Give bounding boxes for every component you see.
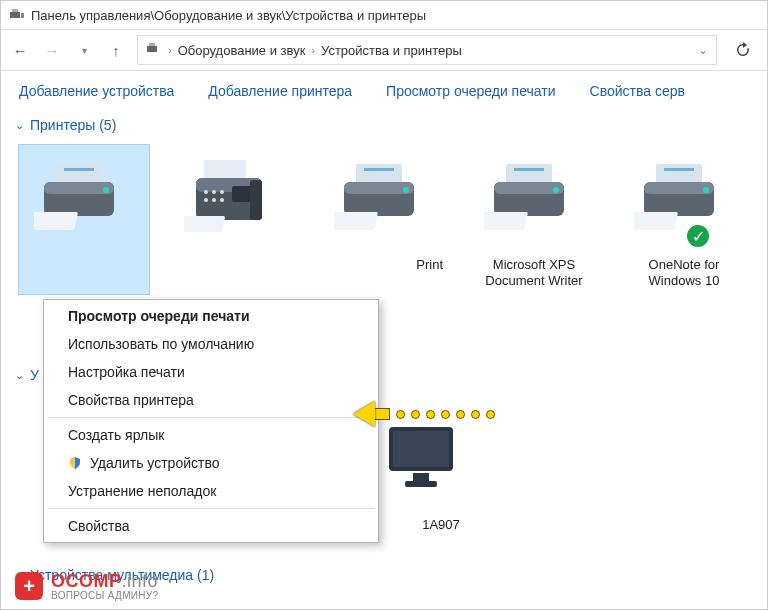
breadcrumb[interactable]: › Оборудование и звук › Устройства и при… bbox=[137, 35, 717, 65]
watermark-suffix: .info bbox=[122, 571, 159, 591]
refresh-button[interactable] bbox=[727, 35, 759, 65]
svg-rect-36 bbox=[664, 168, 694, 171]
svg-rect-23 bbox=[356, 164, 402, 184]
watermark-sub: ВОПРОСЫ АДМИНУ? bbox=[51, 590, 158, 601]
device-label: Print bbox=[321, 257, 447, 273]
svg-rect-6 bbox=[64, 168, 94, 171]
svg-point-19 bbox=[212, 198, 216, 202]
menu-troubleshoot[interactable]: Устранение неполадок bbox=[46, 477, 376, 505]
chevron-right-icon: › bbox=[168, 44, 172, 56]
svg-point-15 bbox=[204, 190, 208, 194]
forward-button[interactable]: → bbox=[41, 39, 63, 61]
svg-rect-3 bbox=[147, 46, 157, 52]
svg-point-16 bbox=[212, 190, 216, 194]
navigation-bar: ← → ▾ ↑ › Оборудование и звук › Устройст… bbox=[1, 29, 767, 71]
svg-rect-30 bbox=[514, 168, 544, 171]
svg-rect-44 bbox=[405, 481, 437, 487]
printer-icon bbox=[21, 151, 147, 251]
printers-grid: Print Microsoft XPS Document Writer bbox=[1, 137, 767, 302]
printer-icon bbox=[471, 151, 597, 251]
svg-point-17 bbox=[220, 190, 224, 194]
device-item[interactable]: Print bbox=[319, 145, 449, 294]
annotation-arrow bbox=[353, 401, 495, 427]
svg-rect-10 bbox=[34, 212, 78, 230]
svg-point-18 bbox=[204, 198, 208, 202]
recent-dropdown[interactable]: ▾ bbox=[73, 39, 95, 61]
device-item[interactable] bbox=[381, 421, 461, 511]
device-label: 1A907 bbox=[381, 517, 501, 532]
svg-rect-40 bbox=[634, 212, 678, 230]
menu-set-default[interactable]: Использовать по умолчанию bbox=[46, 330, 376, 358]
breadcrumb-seg[interactable]: Оборудование и звук bbox=[178, 43, 306, 58]
window-title: Панель управления\Оборудование и звук\Ус… bbox=[31, 8, 426, 23]
menu-separator bbox=[48, 508, 374, 509]
printer-icon bbox=[321, 151, 447, 251]
group-label: У bbox=[30, 367, 39, 383]
up-button[interactable]: ↑ bbox=[105, 39, 127, 61]
add-printer-link[interactable]: Добавление принтера bbox=[208, 83, 352, 99]
back-button[interactable]: ← bbox=[9, 39, 31, 61]
view-queue-link[interactable]: Просмотр очереди печати bbox=[386, 83, 555, 99]
svg-rect-8 bbox=[44, 182, 114, 194]
add-device-link[interactable]: Добавление устройства bbox=[19, 83, 174, 99]
device-item[interactable]: ✓ OneNote for Windows 10 bbox=[619, 145, 749, 294]
svg-rect-0 bbox=[10, 12, 20, 18]
printer-icon bbox=[621, 151, 747, 251]
svg-rect-34 bbox=[484, 212, 528, 230]
plus-icon: + bbox=[15, 572, 43, 600]
watermark: + OCOMP.info ВОПРОСЫ АДМИНУ? bbox=[15, 571, 158, 601]
window-titlebar: Панель управления\Оборудование и звук\Ус… bbox=[1, 1, 767, 29]
chevron-down-icon[interactable]: ⌄ bbox=[698, 43, 708, 57]
svg-point-9 bbox=[103, 187, 109, 193]
svg-point-39 bbox=[703, 187, 709, 193]
context-menu: Просмотр очереди печати Использовать по … bbox=[43, 299, 379, 543]
svg-point-20 bbox=[220, 198, 224, 202]
svg-rect-26 bbox=[344, 182, 414, 194]
svg-rect-43 bbox=[413, 473, 429, 481]
monitor-icon bbox=[381, 421, 461, 491]
menu-label: Удалить устройство bbox=[90, 455, 219, 471]
watermark-brand: OCOMP bbox=[51, 571, 122, 591]
device-item[interactable]: Microsoft XPS Document Writer bbox=[469, 145, 599, 294]
menu-properties[interactable]: Свойства bbox=[46, 512, 376, 540]
group-label: Принтеры (5) bbox=[30, 117, 116, 133]
menu-separator bbox=[48, 417, 374, 418]
devices-icon bbox=[9, 7, 25, 23]
svg-rect-22 bbox=[250, 180, 262, 220]
svg-rect-38 bbox=[644, 182, 714, 194]
fax-icon bbox=[171, 151, 297, 251]
menu-create-shortcut[interactable]: Создать ярлык bbox=[46, 421, 376, 449]
svg-rect-28 bbox=[334, 212, 378, 230]
group-printers-header[interactable]: ⌄ Принтеры (5) bbox=[1, 113, 767, 137]
devices-icon bbox=[146, 41, 162, 60]
menu-print-prefs[interactable]: Настройка печати bbox=[46, 358, 376, 386]
svg-rect-35 bbox=[656, 164, 702, 184]
device-item[interactable] bbox=[19, 145, 149, 294]
menu-printer-props[interactable]: Свойства принтера bbox=[46, 386, 376, 414]
svg-rect-11 bbox=[204, 160, 246, 180]
svg-rect-5 bbox=[56, 164, 102, 184]
device-label: Microsoft XPS Document Writer bbox=[471, 257, 597, 290]
svg-rect-21 bbox=[184, 216, 225, 232]
chevron-down-icon: ⌄ bbox=[15, 119, 24, 132]
breadcrumb-seg[interactable]: Устройства и принтеры bbox=[321, 43, 462, 58]
svg-rect-2 bbox=[21, 13, 24, 18]
default-check-icon: ✓ bbox=[685, 223, 711, 249]
svg-rect-29 bbox=[506, 164, 552, 184]
svg-rect-24 bbox=[364, 168, 394, 171]
server-props-link[interactable]: Свойства серв bbox=[590, 83, 685, 99]
shield-icon bbox=[68, 456, 82, 470]
menu-view-queue[interactable]: Просмотр очереди печати bbox=[46, 302, 376, 330]
command-bar: Добавление устройства Добавление принтер… bbox=[1, 71, 767, 113]
menu-remove-device[interactable]: Удалить устройство bbox=[46, 449, 376, 477]
svg-rect-1 bbox=[12, 9, 18, 12]
svg-rect-4 bbox=[149, 43, 155, 46]
chevron-right-icon: › bbox=[311, 44, 315, 56]
svg-point-27 bbox=[403, 187, 409, 193]
svg-rect-32 bbox=[494, 182, 564, 194]
chevron-down-icon: ⌄ bbox=[15, 369, 24, 382]
svg-point-33 bbox=[553, 187, 559, 193]
device-label: OneNote for Windows 10 bbox=[621, 257, 747, 290]
svg-rect-42 bbox=[393, 431, 449, 467]
device-item[interactable] bbox=[169, 145, 299, 294]
